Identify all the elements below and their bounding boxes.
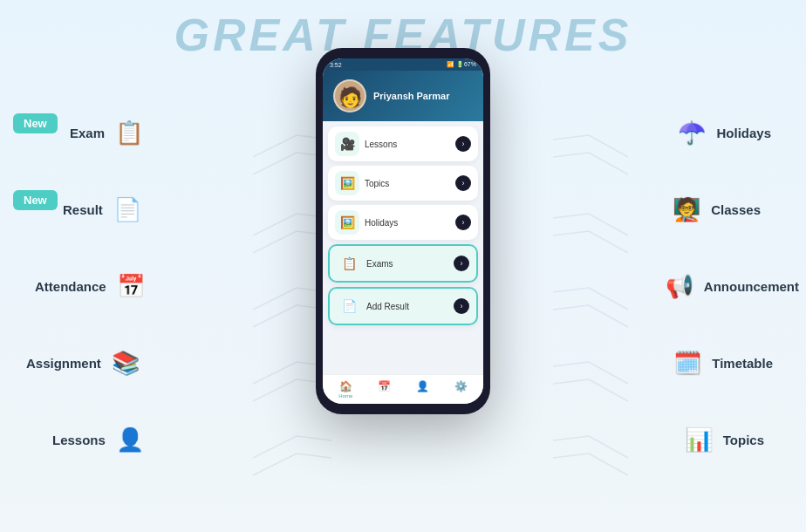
menu-holidays-icon: 🖼️ (335, 210, 359, 235)
phone-bottom-nav: 🏠 Home 📅 👤 ⚙️ (323, 374, 483, 404)
menu-holidays-arrow: › (455, 215, 471, 230)
lessons-left-icon: 👤 (111, 420, 149, 459)
attendance-icon: 📅 (112, 267, 150, 305)
feature-topics-right-label: Topics (723, 433, 764, 447)
feature-assignment: Assignment 📚 (26, 344, 145, 382)
feature-announcement-label: Announcement (704, 279, 799, 294)
phone-header: 🧑 Priyansh Parmar (323, 71, 483, 121)
menu-topics-arrow: › (455, 175, 471, 191)
holidays-icon: ☂️ (673, 113, 711, 152)
classes-icon: 🧑‍🏫 (667, 190, 706, 228)
feature-topics-right: Topics 📊 (680, 420, 764, 459)
avatar: 🧑 (333, 79, 366, 113)
menu-item-topics[interactable]: 🖼️ Topics › (328, 166, 478, 201)
feature-exam-label: Exam (70, 126, 105, 140)
phone-screen: 3:52 📶 🔋67% 🧑 Priyansh Parmar 🎥 Lessons … (323, 58, 483, 404)
menu-item-add-result[interactable]: 📄 Add Result › (328, 287, 478, 325)
nav-calendar[interactable]: 📅 (378, 380, 391, 399)
status-bar: 3:52 📶 🔋67% (323, 58, 483, 71)
feature-lessons-left-label: Lessons (52, 433, 106, 447)
topics-right-icon: 📊 (680, 420, 718, 459)
feature-exam: Exam 📋 (70, 113, 148, 152)
phone-content: 🎥 Lessons › 🖼️ Topics › 🖼️ Holidays › 📋 … (323, 121, 483, 374)
menu-item-lessons[interactable]: 🎥 Lessons › (328, 126, 478, 161)
feature-result: Result 📄 (63, 190, 147, 228)
feature-holidays: Holidays ☂️ (673, 113, 771, 152)
status-time: 3:52 (330, 62, 342, 68)
menu-exams-icon: 📋 (337, 251, 361, 276)
feature-result-label: Result (63, 202, 103, 217)
menu-topics-icon: 🖼️ (335, 171, 359, 195)
phone-mockup: 3:52 📶 🔋67% 🧑 Priyansh Parmar 🎥 Lessons … (316, 48, 490, 414)
menu-lessons-arrow: › (455, 136, 471, 152)
menu-add-result-label: Add Result (366, 302, 448, 311)
timetable-icon: 🗓️ (668, 344, 707, 382)
profile-icon: 👤 (416, 380, 429, 392)
menu-lessons-label: Lessons (365, 140, 450, 149)
menu-item-holidays[interactable]: 🖼️ Holidays › (328, 205, 478, 240)
nav-settings[interactable]: ⚙️ (454, 380, 468, 399)
calendar-icon: 📅 (378, 380, 391, 392)
new-badge-result: New (13, 190, 58, 210)
announcement-icon: 📢 (660, 267, 699, 305)
menu-exams-label: Exams (366, 259, 448, 269)
feature-timetable: Timetable 🗓️ (668, 344, 773, 382)
feature-classes: Classes 🧑‍🏫 (667, 190, 761, 228)
assignment-icon: 📚 (106, 344, 145, 382)
nav-home-label: Home (338, 393, 352, 399)
feature-attendance: Attendance 📅 (35, 267, 150, 305)
result-icon: 📄 (108, 190, 147, 228)
avatar-icon: 🧑 (338, 86, 362, 109)
exam-icon: 📋 (110, 113, 148, 152)
feature-assignment-label: Assignment (26, 356, 101, 371)
feature-lessons-left: Lessons 👤 (52, 420, 149, 459)
feature-classes-label: Classes (711, 202, 761, 217)
menu-topics-label: Topics (365, 179, 450, 188)
status-icons: 📶 🔋67% (447, 61, 476, 68)
feature-attendance-label: Attendance (35, 279, 106, 294)
feature-holidays-label: Holidays (716, 126, 771, 140)
menu-add-result-arrow: › (454, 298, 469, 314)
menu-add-result-icon: 📄 (337, 294, 361, 318)
feature-timetable-label: Timetable (712, 356, 773, 371)
feature-announcement: Announcement 📢 (660, 267, 799, 305)
menu-exams-arrow: › (454, 256, 469, 271)
home-icon: 🏠 (339, 380, 352, 392)
menu-holidays-label: Holidays (365, 218, 450, 228)
menu-lessons-icon: 🎥 (335, 132, 359, 156)
new-badge-exam: New (13, 113, 58, 133)
user-name: Priyansh Parmar (373, 91, 449, 101)
nav-profile[interactable]: 👤 (416, 380, 429, 399)
settings-icon: ⚙️ (454, 380, 468, 392)
menu-item-exams[interactable]: 📋 Exams › (328, 244, 478, 283)
nav-home[interactable]: 🏠 Home (338, 380, 352, 399)
